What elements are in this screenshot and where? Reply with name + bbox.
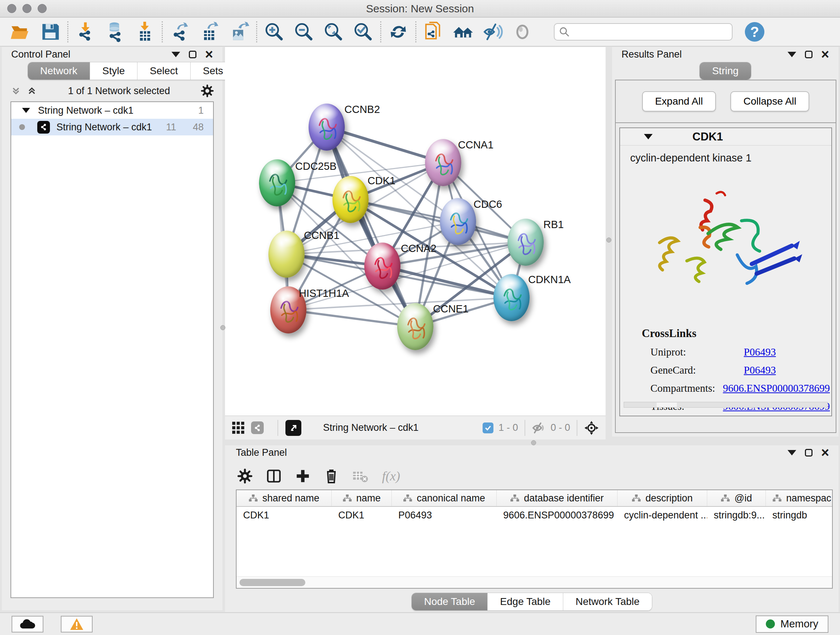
network-node-ccna1[interactable] [425, 139, 461, 186]
panel-float-icon[interactable] [788, 52, 796, 57]
panel-float-icon[interactable] [172, 52, 180, 57]
crosslink-link[interactable]: P06493 [744, 346, 776, 358]
open-session-button[interactable] [6, 20, 35, 44]
tab-select[interactable]: Select [137, 62, 191, 80]
tab-network[interactable]: Network [28, 62, 90, 80]
panel-close-icon[interactable]: × [821, 448, 829, 457]
node-label-hist1h1a: HIST1H1A [299, 287, 349, 299]
node-label-cdc25b: CDC25B [295, 160, 336, 172]
scrollbar-thumb[interactable] [240, 579, 305, 586]
table-row[interactable]: CDK1CDK1P064939606.ENSP00000378699cyclin… [237, 507, 832, 524]
cloud-status-button[interactable] [11, 616, 43, 632]
export-image-icon [228, 21, 250, 43]
results-panel: Results Panel × String Expand All Collap… [612, 47, 838, 437]
table-options-gear-icon[interactable] [237, 469, 253, 484]
zoom-selected-button[interactable] [348, 20, 378, 44]
network-collection-row[interactable]: String Network – cdk1 1 [11, 102, 213, 119]
crosslink-label: Compartments: [651, 382, 723, 394]
column-type-icon [403, 494, 412, 502]
memory-button[interactable]: Memory [756, 616, 829, 633]
panel-close-icon[interactable]: × [821, 50, 829, 59]
collapse-all-button[interactable]: Collapse All [730, 91, 809, 111]
export-table-button[interactable] [195, 20, 224, 44]
network-node-ccnb1[interactable] [268, 231, 305, 278]
warnings-button[interactable] [61, 616, 93, 632]
network-node-ccne1[interactable] [397, 303, 433, 350]
export-image-button[interactable] [224, 20, 254, 44]
network-node-cdc6[interactable] [440, 198, 476, 245]
network-node-cdkn1a[interactable] [493, 274, 530, 321]
share-document-button[interactable] [418, 20, 448, 44]
add-column-icon[interactable] [295, 469, 310, 484]
network-node-cdc25b[interactable] [259, 159, 295, 206]
network-canvas[interactable]: CCNB2CCNA1CDC25BCDK1CDC6RB1CCNB1CCNA2CDK… [225, 47, 606, 416]
detach-view-icon[interactable] [286, 420, 302, 436]
network-node-cdk1[interactable] [332, 176, 369, 223]
control-panel-tabs: NetworkStyleSelectSets [28, 62, 235, 80]
tab-network-table[interactable]: Network Table [563, 593, 652, 610]
collection-expand-caret-icon[interactable] [22, 108, 30, 113]
zoom-fit-button[interactable] [319, 20, 348, 44]
right-splitter-grip[interactable] [606, 238, 611, 242]
panel-maximize-icon[interactable] [805, 51, 813, 58]
network-node-rb1[interactable] [508, 219, 544, 266]
column-header-namespac[interactable]: namespac [766, 490, 833, 506]
gene-card-header[interactable]: CDK1 [620, 128, 831, 146]
import-network-file-button[interactable] [71, 20, 100, 44]
tab-string[interactable]: String [699, 62, 751, 80]
expand-all-button[interactable]: Expand All [642, 91, 716, 111]
grid-view-icon[interactable] [232, 421, 245, 435]
network-node-ccna2[interactable] [364, 242, 401, 290]
panel-maximize-icon[interactable] [189, 51, 196, 58]
bird-eye-button[interactable] [508, 20, 537, 44]
refresh-icon [388, 22, 409, 42]
bottom-splitter-grip[interactable] [531, 440, 536, 445]
tab-style[interactable]: Style [90, 62, 137, 80]
toolbar-separator [67, 21, 68, 42]
window-title: Session: New Session [0, 3, 840, 15]
network-row[interactable]: String Network – cdk1 11 48 [11, 119, 213, 135]
column-header-name[interactable]: name [332, 490, 392, 506]
zoom-in-button[interactable] [259, 20, 289, 44]
column-type-icon [510, 494, 519, 502]
share-view-icon[interactable] [251, 421, 264, 434]
column-header-label: @id [734, 493, 752, 504]
crosslink-link[interactable]: 9606.ENSP00000378699 [723, 382, 830, 394]
panel-maximize-icon[interactable] [805, 449, 813, 456]
network-options-gear-icon[interactable] [201, 84, 214, 97]
tab-node-table[interactable]: Node Table [412, 593, 488, 610]
gene-collapse-caret-icon[interactable] [644, 134, 653, 139]
import-network-database-button[interactable] [100, 20, 130, 44]
zoom-out-button[interactable] [289, 20, 319, 44]
save-session-button[interactable] [35, 20, 65, 44]
tab-edge-table[interactable]: Edge Table [488, 593, 563, 610]
hide-glasses-button[interactable] [478, 20, 508, 44]
node-table: shared namenamecanonical namedatabase id… [236, 489, 833, 589]
left-splitter-grip[interactable] [220, 325, 225, 330]
network-node-ccnb2[interactable] [309, 103, 345, 150]
column-header-shared-name[interactable]: shared name [237, 490, 332, 506]
panel-close-icon[interactable]: × [205, 50, 213, 59]
delete-column-icon[interactable] [324, 468, 339, 484]
show-columns-icon[interactable] [266, 469, 281, 484]
import-table-file-button[interactable] [130, 20, 159, 44]
column-header-canonical-name[interactable]: canonical name [392, 490, 497, 506]
expand-all-chevron-icon[interactable] [27, 86, 37, 96]
results-horizontal-scrollbar[interactable] [624, 402, 828, 408]
search-input[interactable] [570, 27, 728, 38]
home-button[interactable] [448, 20, 478, 44]
refresh-button[interactable] [384, 20, 413, 44]
crosslinks-section: CrossLinks Uniprot:P06493GeneCard:P06493… [622, 327, 830, 414]
column-header--id[interactable]: @id [707, 490, 766, 506]
column-header-database-identifier[interactable]: database identifier [497, 490, 617, 506]
column-header-description[interactable]: description [617, 490, 707, 506]
selected-checkbox-icon[interactable] [483, 423, 493, 433]
bird-eye-position-icon[interactable] [584, 420, 599, 435]
cloud-icon [19, 618, 35, 630]
panel-float-icon[interactable] [788, 450, 796, 455]
crosslink-link[interactable]: P06493 [744, 364, 776, 376]
export-network-button[interactable] [165, 20, 195, 44]
collapse-all-chevron-icon[interactable] [11, 86, 21, 96]
hidden-items-icon[interactable] [532, 422, 546, 434]
help-button[interactable]: ? [745, 22, 764, 42]
